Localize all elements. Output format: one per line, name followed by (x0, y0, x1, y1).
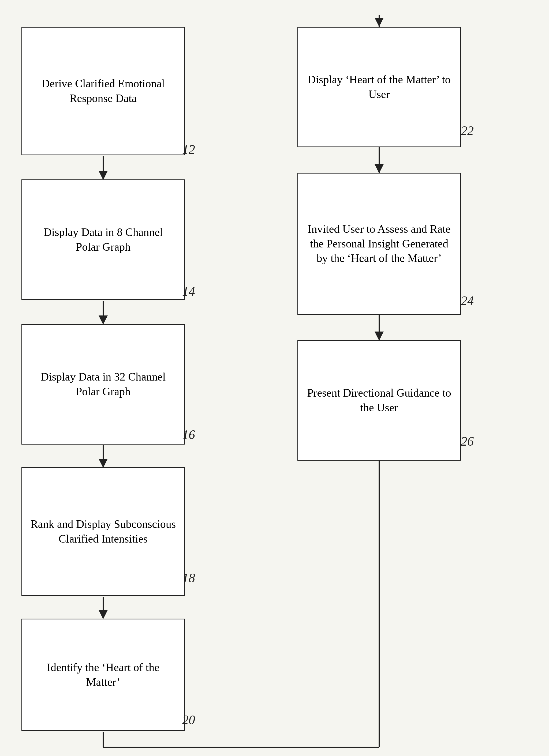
ref-26: 26 (461, 434, 474, 449)
box16-label: Display Data in 32 Channel Polar Graph (30, 370, 176, 399)
box-derive-clarified: Derive Clarified Emotional Response Data (21, 27, 185, 155)
ref-24: 24 (461, 293, 474, 308)
box-display-32channel: Display Data in 32 Channel Polar Graph (21, 324, 185, 445)
svg-marker-3 (99, 315, 108, 325)
svg-marker-11 (375, 18, 384, 27)
box12-label: Derive Clarified Emotional Response Data (30, 76, 176, 106)
ref-14: 14 (182, 284, 195, 299)
box18-label: Rank and Display Subconscious Clarified … (30, 517, 176, 546)
svg-marker-7 (99, 610, 108, 619)
box-invite-user: Invited User to Assess and Rate the Pers… (298, 173, 461, 315)
box-identify-heart: Identify the ‘Heart of the Matter’ (21, 619, 185, 731)
box22-label: Display ‘Heart of the Matter’ to User (306, 72, 452, 101)
ref-22: 22 (461, 123, 474, 138)
ref-16: 16 (182, 427, 195, 442)
ref-20: 20 (182, 712, 195, 727)
svg-marker-15 (375, 332, 384, 341)
box-rank-display: Rank and Display Subconscious Clarified … (21, 467, 185, 596)
ref-18: 18 (182, 570, 195, 585)
ref-12: 12 (182, 142, 195, 157)
box-present-guidance: Present Directional Guidance to the User (298, 340, 461, 461)
svg-marker-5 (99, 459, 108, 468)
diagram-container: Derive Clarified Emotional Response Data… (0, 0, 549, 756)
box24-label: Invited User to Assess and Rate the Pers… (306, 222, 452, 266)
box14-label: Display Data in 8 Channel Polar Graph (30, 225, 176, 254)
box20-label: Identify the ‘Heart of the Matter’ (30, 660, 176, 689)
box-display-8channel: Display Data in 8 Channel Polar Graph (21, 179, 185, 300)
svg-marker-13 (375, 164, 384, 173)
svg-marker-1 (99, 171, 108, 180)
box26-label: Present Directional Guidance to the User (306, 386, 452, 415)
box-display-heart-matter: Display ‘Heart of the Matter’ to User (298, 27, 461, 147)
